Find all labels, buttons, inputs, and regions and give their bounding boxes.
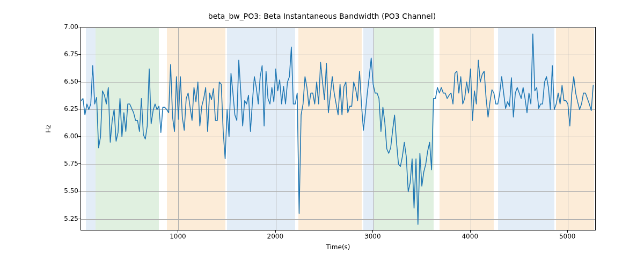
y-tick-mark <box>78 136 80 137</box>
y-tick-mark <box>78 191 80 191</box>
y-tick-label: 6.50 <box>57 78 78 85</box>
y-tick-label: 5.75 <box>57 160 78 167</box>
y-tick-mark <box>78 219 80 219</box>
x-tick-mark <box>178 230 178 233</box>
y-tick-label: 5.50 <box>57 187 78 195</box>
y-axis-label: Hz <box>45 124 52 132</box>
x-tick-label: 5000 <box>559 233 576 240</box>
y-tick-mark <box>78 27 80 27</box>
plot-area <box>80 27 596 230</box>
chart-title: beta_bw_PO3: Beta Instantaneous Bandwidt… <box>0 12 644 20</box>
y-tick-label: 6.25 <box>57 105 78 113</box>
x-tick-mark <box>470 230 471 233</box>
x-tick-mark <box>275 230 276 233</box>
x-axis-label: Time(s) <box>326 243 350 251</box>
x-tick-mark <box>567 230 568 233</box>
y-tick-mark <box>78 81 80 82</box>
y-tick-label: 5.25 <box>57 215 78 222</box>
x-tick-label: 3000 <box>364 233 381 240</box>
y-tick-mark <box>78 163 80 164</box>
x-tick-label: 4000 <box>462 233 478 240</box>
figure: beta_bw_PO3: Beta Instantaneous Bandwidt… <box>0 0 644 268</box>
x-tick-mark <box>372 230 373 233</box>
x-tick-label: 2000 <box>267 233 284 240</box>
data-line <box>81 27 595 230</box>
y-tick-label: 6.00 <box>57 132 78 140</box>
y-tick-label: 7.00 <box>57 23 78 31</box>
y-tick-label: 6.75 <box>57 50 78 58</box>
y-tick-mark <box>78 109 80 109</box>
y-tick-mark <box>78 54 80 55</box>
x-tick-label: 1000 <box>170 233 186 240</box>
